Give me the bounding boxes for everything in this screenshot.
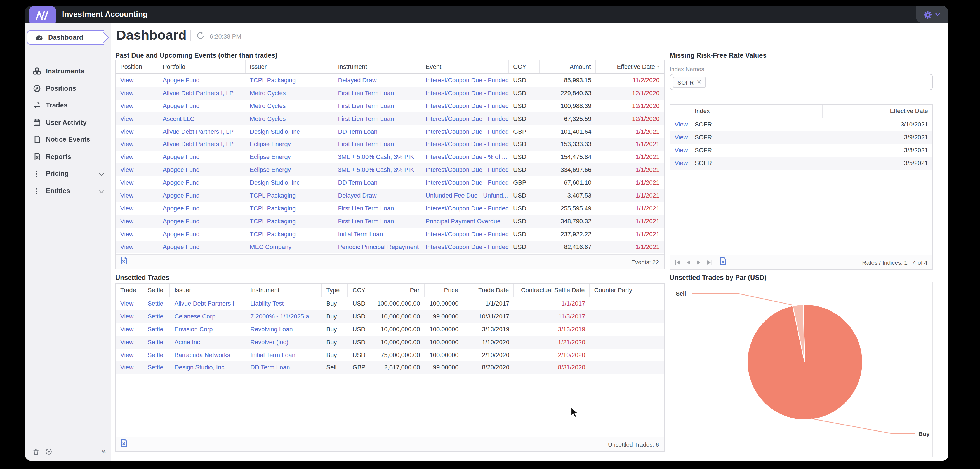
cell-link[interactable]: Principal Payment Overdue [421, 215, 509, 228]
cell-link[interactable]: View [670, 118, 690, 131]
column-header[interactable]: Instrument [246, 284, 321, 297]
column-header[interactable]: Issuer [245, 61, 333, 73]
cell-link[interactable]: DD Term Loan [333, 125, 421, 138]
cell-link[interactable]: First Lien Term Loan [333, 112, 421, 125]
cell-link[interactable]: 7.2000% - 1/1/2025 a [246, 310, 321, 323]
column-header[interactable]: Issuer [170, 284, 246, 297]
cell-link[interactable]: Interest/Coupon Due - Funded [421, 176, 509, 189]
cell-link[interactable]: DD Term Loan [246, 361, 321, 374]
cell-link[interactable]: TCPL Packaging [245, 202, 333, 215]
column-header[interactable]: Trade Date [463, 284, 514, 297]
cell-link[interactable]: View [116, 138, 158, 151]
cell-link[interactable]: View [116, 176, 158, 189]
cell-link[interactable]: View [116, 335, 143, 348]
sidebar-item-notice-events[interactable]: Notice Events [25, 132, 111, 147]
sidebar-item-dashboard[interactable]: Dashboard [27, 30, 104, 45]
cell-link[interactable]: Unfunded Fee Due - Unfund... [421, 189, 509, 202]
cell-link[interactable]: Interest/Coupon Due - Funded [421, 100, 509, 113]
cell-link[interactable]: View [116, 100, 158, 113]
cell-link[interactable]: Metro Cycles [245, 100, 333, 113]
column-header[interactable]: Effective Date [823, 105, 932, 118]
target-icon[interactable] [45, 447, 52, 457]
column-header[interactable]: Trade [116, 284, 143, 297]
cell-link[interactable]: Allvue Debt Partners I, LP [158, 138, 245, 151]
column-header[interactable] [670, 105, 690, 118]
cell-link[interactable]: TCPL Packaging [245, 74, 333, 87]
sidebar-item-positions[interactable]: Positions [25, 81, 111, 96]
cell-link[interactable]: Eclipse Energy [245, 138, 333, 151]
cell-link[interactable]: Settle [143, 348, 170, 361]
cell-link[interactable]: 3ML + 5.00% Cash, 3% PIK [333, 151, 421, 164]
cell-link[interactable]: Interest/Coupon Due - Funded [421, 228, 509, 240]
cell-link[interactable]: Allvue Debt Partners I, LP [158, 125, 245, 138]
cell-link[interactable]: View [670, 156, 690, 169]
cell-link[interactable]: Metro Cycles [245, 87, 333, 100]
cell-link[interactable]: View [116, 125, 158, 138]
column-header[interactable]: Contractual Settle Date [514, 284, 590, 297]
sidebar-item-entities[interactable]: ⋮ Entities [25, 183, 111, 198]
cell-link[interactable]: Design Studio, Inc [245, 176, 333, 189]
cell-link[interactable]: View [116, 151, 158, 164]
next-page-icon[interactable] [697, 259, 701, 265]
column-header[interactable]: Counter Party [590, 284, 664, 297]
cell-link[interactable]: Interest/Coupon Due - Funded [421, 138, 509, 151]
sidebar-item-trades[interactable]: Trades [25, 98, 111, 113]
cell-link[interactable]: MEC Company [245, 240, 333, 253]
cell-link[interactable]: View [116, 310, 143, 323]
export-excel-icon[interactable] [120, 439, 127, 450]
cell-link[interactable]: Acme Inc. [170, 335, 246, 348]
cell-link[interactable]: Apogee Fund [158, 151, 245, 164]
prev-page-icon[interactable] [686, 259, 691, 265]
cell-link[interactable]: Interest/Coupon Due - Funded [421, 87, 509, 100]
cell-link[interactable]: Barracuda Networks [170, 348, 246, 361]
column-header[interactable]: Instrument [333, 61, 421, 73]
cell-link[interactable]: Liability Test [246, 297, 321, 310]
export-excel-icon[interactable] [719, 257, 727, 268]
cell-link[interactable]: 3ML + 5.00% Cash, 3% PIK [333, 163, 421, 176]
cell-link[interactable]: View [116, 228, 158, 240]
column-header[interactable]: Type [322, 284, 348, 297]
cell-link[interactable]: Apogee Fund [158, 100, 245, 113]
column-header[interactable]: Effective Date↑ [596, 61, 664, 73]
cell-link[interactable]: Settle [143, 335, 170, 348]
cell-link[interactable]: Design Studio, Inc [170, 361, 246, 374]
column-header[interactable]: Index [690, 105, 823, 118]
cell-link[interactable]: First Lien Term Loan [333, 100, 421, 113]
column-header[interactable]: Amount [540, 61, 596, 73]
cell-link[interactable]: Design Studio, Inc [245, 125, 333, 138]
cell-link[interactable]: Initial Term Loan [333, 228, 421, 240]
cell-link[interactable]: DD Term Loan [333, 176, 421, 189]
first-page-icon[interactable] [675, 259, 681, 265]
cell-link[interactable]: Settle [143, 310, 170, 323]
cell-link[interactable]: View [116, 74, 158, 87]
cell-link[interactable]: Eclipse Energy [245, 151, 333, 164]
column-header[interactable]: Position [116, 61, 158, 73]
cell-link[interactable]: Settle [143, 297, 170, 310]
cell-link[interactable]: Settle [143, 323, 170, 336]
cell-link[interactable]: Initial Term Loan [246, 348, 321, 361]
cell-link[interactable]: Interest/Coupon Due - Funded [421, 240, 509, 253]
cell-link[interactable]: Revolver (loc) [246, 335, 321, 348]
cell-link[interactable]: View [116, 323, 143, 336]
column-header[interactable]: CCY [348, 284, 375, 297]
column-header[interactable]: Par [375, 284, 425, 297]
cell-link[interactable]: Interest/Coupon Due - Funded [421, 163, 509, 176]
cell-link[interactable]: Interest/Coupon Due - Funded [421, 202, 509, 215]
cell-link[interactable]: View [116, 297, 143, 310]
collapse-sidebar-button[interactable]: « [101, 446, 106, 455]
cell-link[interactable]: Apogee Fund [158, 228, 245, 240]
cell-link[interactable]: Celanese Corp [170, 310, 246, 323]
cell-link[interactable]: First Lien Term Loan [333, 138, 421, 151]
column-header[interactable]: Event [421, 61, 509, 73]
column-header[interactable]: Portfolio [158, 61, 245, 73]
sidebar-item-instruments[interactable]: Instruments [25, 64, 111, 78]
cell-link[interactable]: Interest/Coupon Due - % of ... [421, 151, 509, 164]
refresh-icon[interactable] [196, 31, 205, 40]
cell-link[interactable]: TCPL Packaging [245, 189, 333, 202]
cell-link[interactable]: Metro Cycles [245, 112, 333, 125]
cell-link[interactable]: View [116, 361, 143, 374]
export-excel-icon[interactable] [120, 256, 127, 267]
cell-link[interactable]: Apogee Fund [158, 240, 245, 253]
column-header[interactable]: Price [425, 284, 463, 297]
cell-link[interactable]: View [116, 112, 158, 125]
